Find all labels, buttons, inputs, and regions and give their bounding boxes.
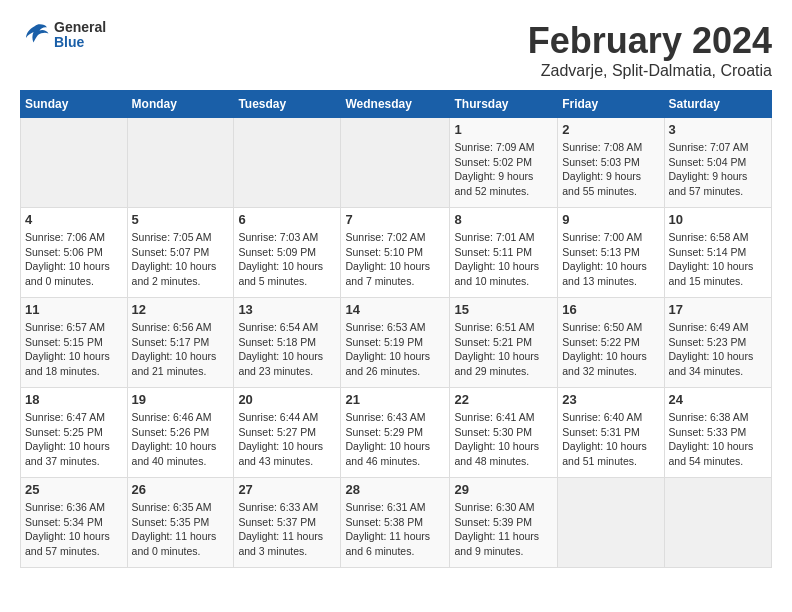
calendar-cell: 1Sunrise: 7:09 AM Sunset: 5:02 PM Daylig… xyxy=(450,118,558,208)
day-info: Sunrise: 6:47 AM Sunset: 5:25 PM Dayligh… xyxy=(25,410,123,469)
day-number: 11 xyxy=(25,302,123,317)
day-info: Sunrise: 7:08 AM Sunset: 5:03 PM Dayligh… xyxy=(562,140,659,199)
calendar-cell: 15Sunrise: 6:51 AM Sunset: 5:21 PM Dayli… xyxy=(450,298,558,388)
day-number: 4 xyxy=(25,212,123,227)
day-info: Sunrise: 6:56 AM Sunset: 5:17 PM Dayligh… xyxy=(132,320,230,379)
logo-general: General xyxy=(54,19,106,35)
calendar-cell: 3Sunrise: 7:07 AM Sunset: 5:04 PM Daylig… xyxy=(664,118,771,208)
day-info: Sunrise: 7:00 AM Sunset: 5:13 PM Dayligh… xyxy=(562,230,659,289)
day-number: 25 xyxy=(25,482,123,497)
calendar-cell: 19Sunrise: 6:46 AM Sunset: 5:26 PM Dayli… xyxy=(127,388,234,478)
month-title: February 2024 xyxy=(528,20,772,62)
day-number: 3 xyxy=(669,122,767,137)
calendar-cell: 26Sunrise: 6:35 AM Sunset: 5:35 PM Dayli… xyxy=(127,478,234,568)
calendar-cell: 8Sunrise: 7:01 AM Sunset: 5:11 PM Daylig… xyxy=(450,208,558,298)
day-info: Sunrise: 7:05 AM Sunset: 5:07 PM Dayligh… xyxy=(132,230,230,289)
calendar-cell: 12Sunrise: 6:56 AM Sunset: 5:17 PM Dayli… xyxy=(127,298,234,388)
day-number: 21 xyxy=(345,392,445,407)
day-info: Sunrise: 6:40 AM Sunset: 5:31 PM Dayligh… xyxy=(562,410,659,469)
weekday-header: Tuesday xyxy=(234,91,341,118)
logo-bird-icon xyxy=(20,20,50,50)
location: Zadvarje, Split-Dalmatia, Croatia xyxy=(528,62,772,80)
calendar-cell xyxy=(558,478,664,568)
day-info: Sunrise: 7:07 AM Sunset: 5:04 PM Dayligh… xyxy=(669,140,767,199)
calendar-header: SundayMondayTuesdayWednesdayThursdayFrid… xyxy=(21,91,772,118)
day-info: Sunrise: 6:58 AM Sunset: 5:14 PM Dayligh… xyxy=(669,230,767,289)
calendar-cell: 24Sunrise: 6:38 AM Sunset: 5:33 PM Dayli… xyxy=(664,388,771,478)
calendar-cell: 20Sunrise: 6:44 AM Sunset: 5:27 PM Dayli… xyxy=(234,388,341,478)
day-number: 22 xyxy=(454,392,553,407)
day-number: 13 xyxy=(238,302,336,317)
header-row: SundayMondayTuesdayWednesdayThursdayFrid… xyxy=(21,91,772,118)
day-info: Sunrise: 6:51 AM Sunset: 5:21 PM Dayligh… xyxy=(454,320,553,379)
day-number: 12 xyxy=(132,302,230,317)
calendar-cell: 23Sunrise: 6:40 AM Sunset: 5:31 PM Dayli… xyxy=(558,388,664,478)
day-number: 20 xyxy=(238,392,336,407)
calendar-cell: 25Sunrise: 6:36 AM Sunset: 5:34 PM Dayli… xyxy=(21,478,128,568)
title-area: February 2024 Zadvarje, Split-Dalmatia, … xyxy=(528,20,772,80)
day-number: 27 xyxy=(238,482,336,497)
day-number: 7 xyxy=(345,212,445,227)
day-number: 19 xyxy=(132,392,230,407)
day-info: Sunrise: 6:54 AM Sunset: 5:18 PM Dayligh… xyxy=(238,320,336,379)
calendar-cell: 4Sunrise: 7:06 AM Sunset: 5:06 PM Daylig… xyxy=(21,208,128,298)
logo: General Blue xyxy=(20,20,106,51)
calendar-week-row: 18Sunrise: 6:47 AM Sunset: 5:25 PM Dayli… xyxy=(21,388,772,478)
logo-blue: Blue xyxy=(54,34,84,50)
calendar-cell: 7Sunrise: 7:02 AM Sunset: 5:10 PM Daylig… xyxy=(341,208,450,298)
day-info: Sunrise: 6:44 AM Sunset: 5:27 PM Dayligh… xyxy=(238,410,336,469)
page-header: General Blue February 2024 Zadvarje, Spl… xyxy=(20,20,772,80)
calendar-cell: 16Sunrise: 6:50 AM Sunset: 5:22 PM Dayli… xyxy=(558,298,664,388)
day-info: Sunrise: 6:35 AM Sunset: 5:35 PM Dayligh… xyxy=(132,500,230,559)
day-number: 15 xyxy=(454,302,553,317)
calendar-cell: 17Sunrise: 6:49 AM Sunset: 5:23 PM Dayli… xyxy=(664,298,771,388)
calendar-week-row: 11Sunrise: 6:57 AM Sunset: 5:15 PM Dayli… xyxy=(21,298,772,388)
day-number: 18 xyxy=(25,392,123,407)
calendar-body: 1Sunrise: 7:09 AM Sunset: 5:02 PM Daylig… xyxy=(21,118,772,568)
day-number: 5 xyxy=(132,212,230,227)
calendar-week-row: 25Sunrise: 6:36 AM Sunset: 5:34 PM Dayli… xyxy=(21,478,772,568)
calendar-cell xyxy=(341,118,450,208)
day-info: Sunrise: 6:31 AM Sunset: 5:38 PM Dayligh… xyxy=(345,500,445,559)
day-info: Sunrise: 6:38 AM Sunset: 5:33 PM Dayligh… xyxy=(669,410,767,469)
calendar-week-row: 1Sunrise: 7:09 AM Sunset: 5:02 PM Daylig… xyxy=(21,118,772,208)
day-number: 6 xyxy=(238,212,336,227)
calendar-cell xyxy=(664,478,771,568)
day-number: 1 xyxy=(454,122,553,137)
calendar-cell: 27Sunrise: 6:33 AM Sunset: 5:37 PM Dayli… xyxy=(234,478,341,568)
calendar-cell: 21Sunrise: 6:43 AM Sunset: 5:29 PM Dayli… xyxy=(341,388,450,478)
day-info: Sunrise: 6:49 AM Sunset: 5:23 PM Dayligh… xyxy=(669,320,767,379)
day-number: 23 xyxy=(562,392,659,407)
logo-text: General Blue xyxy=(54,20,106,51)
day-info: Sunrise: 7:03 AM Sunset: 5:09 PM Dayligh… xyxy=(238,230,336,289)
day-number: 9 xyxy=(562,212,659,227)
calendar-table: SundayMondayTuesdayWednesdayThursdayFrid… xyxy=(20,90,772,568)
weekday-header: Wednesday xyxy=(341,91,450,118)
calendar-cell: 14Sunrise: 6:53 AM Sunset: 5:19 PM Dayli… xyxy=(341,298,450,388)
day-number: 17 xyxy=(669,302,767,317)
day-info: Sunrise: 7:09 AM Sunset: 5:02 PM Dayligh… xyxy=(454,140,553,199)
day-number: 29 xyxy=(454,482,553,497)
day-number: 2 xyxy=(562,122,659,137)
day-info: Sunrise: 6:41 AM Sunset: 5:30 PM Dayligh… xyxy=(454,410,553,469)
day-info: Sunrise: 6:33 AM Sunset: 5:37 PM Dayligh… xyxy=(238,500,336,559)
day-number: 10 xyxy=(669,212,767,227)
weekday-header: Monday xyxy=(127,91,234,118)
calendar-cell: 2Sunrise: 7:08 AM Sunset: 5:03 PM Daylig… xyxy=(558,118,664,208)
calendar-cell: 13Sunrise: 6:54 AM Sunset: 5:18 PM Dayli… xyxy=(234,298,341,388)
weekday-header: Friday xyxy=(558,91,664,118)
calendar-cell: 22Sunrise: 6:41 AM Sunset: 5:30 PM Dayli… xyxy=(450,388,558,478)
calendar-cell: 5Sunrise: 7:05 AM Sunset: 5:07 PM Daylig… xyxy=(127,208,234,298)
weekday-header: Sunday xyxy=(21,91,128,118)
day-info: Sunrise: 7:01 AM Sunset: 5:11 PM Dayligh… xyxy=(454,230,553,289)
day-number: 28 xyxy=(345,482,445,497)
calendar-cell xyxy=(21,118,128,208)
day-info: Sunrise: 6:50 AM Sunset: 5:22 PM Dayligh… xyxy=(562,320,659,379)
calendar-cell xyxy=(127,118,234,208)
day-info: Sunrise: 7:02 AM Sunset: 5:10 PM Dayligh… xyxy=(345,230,445,289)
calendar-cell: 29Sunrise: 6:30 AM Sunset: 5:39 PM Dayli… xyxy=(450,478,558,568)
day-info: Sunrise: 6:53 AM Sunset: 5:19 PM Dayligh… xyxy=(345,320,445,379)
day-info: Sunrise: 6:46 AM Sunset: 5:26 PM Dayligh… xyxy=(132,410,230,469)
calendar-cell xyxy=(234,118,341,208)
day-info: Sunrise: 6:36 AM Sunset: 5:34 PM Dayligh… xyxy=(25,500,123,559)
